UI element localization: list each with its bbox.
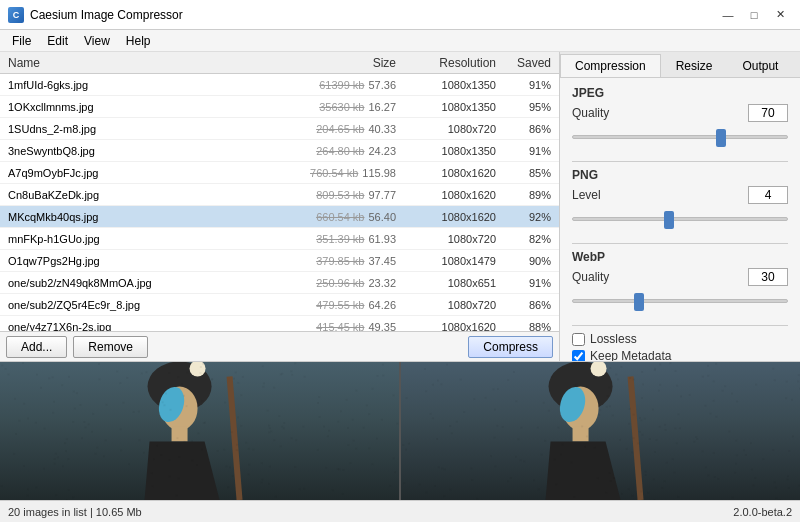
cell-saved: 86% xyxy=(500,299,555,311)
cell-resolution: 1080x1620 xyxy=(400,167,500,179)
cell-size: 351.39 kb61.93 xyxy=(290,233,400,245)
table-header: Name Size Resolution Saved xyxy=(0,52,559,74)
cell-size: 415.45 kb49.35 xyxy=(290,321,400,332)
top-section: Name Size Resolution Saved 1mfUId-6gks.j… xyxy=(0,52,800,362)
cell-saved: 90% xyxy=(500,255,555,267)
close-button[interactable]: ✕ xyxy=(768,6,792,24)
lossless-row: Lossless xyxy=(572,332,788,346)
maximize-button[interactable]: □ xyxy=(742,6,766,24)
webp-quality-input[interactable] xyxy=(748,268,788,286)
tab-bar: Compression Resize Output xyxy=(560,52,800,78)
cell-resolution: 1080x720 xyxy=(400,299,500,311)
table-row[interactable]: 1mfUId-6gks.jpg 61399 kb57.36 1080x1350 … xyxy=(0,74,559,96)
table-row[interactable]: Cn8uBaKZeDk.jpg 809.53 kb97.77 1080x1620… xyxy=(0,184,559,206)
bottom-toolbar: Add... Remove Compress xyxy=(0,331,559,361)
lossless-checkbox[interactable] xyxy=(572,333,585,346)
menu-edit[interactable]: Edit xyxy=(39,30,76,51)
cell-saved: 89% xyxy=(500,189,555,201)
cell-saved: 88% xyxy=(500,321,555,332)
cell-size: 35630 kb16.27 xyxy=(290,101,400,113)
table-row[interactable]: 1OKxcllmnms.jpg 35630 kb16.27 1080x1350 … xyxy=(0,96,559,118)
col-size: Size xyxy=(290,56,400,70)
cell-name: Cn8uBaKZeDk.jpg xyxy=(4,189,290,201)
png-level-input[interactable] xyxy=(748,186,788,204)
remove-button[interactable]: Remove xyxy=(73,336,148,358)
preview-canvas-right xyxy=(401,362,800,500)
file-list-area: Name Size Resolution Saved 1mfUId-6gks.j… xyxy=(0,52,560,361)
webp-quality-slider[interactable] xyxy=(572,292,788,310)
minimize-button[interactable]: — xyxy=(716,6,740,24)
cell-name: A7q9mOybFJc.jpg xyxy=(4,167,290,179)
table-row[interactable]: one/y4z71X6n-2s.jpg 415.45 kb49.35 1080x… xyxy=(0,316,559,331)
status-left: 20 images in list | 10.65 Mb xyxy=(8,506,142,518)
file-table-body[interactable]: 1mfUId-6gks.jpg 61399 kb57.36 1080x1350 … xyxy=(0,74,559,331)
cell-size: 250.96 kb23.32 xyxy=(290,277,400,289)
col-resolution: Resolution xyxy=(400,56,500,70)
webp-quality-row: Quality xyxy=(572,268,788,286)
status-right: 2.0.0-beta.2 xyxy=(733,506,792,518)
cell-name: 1SUdns_2-m8.jpg xyxy=(4,123,290,135)
tab-compression[interactable]: Compression xyxy=(560,54,661,77)
menu-file[interactable]: File xyxy=(4,30,39,51)
cell-size: 809.53 kb97.77 xyxy=(290,189,400,201)
cell-resolution: 1080x651 xyxy=(400,277,500,289)
app-icon: C xyxy=(8,7,24,23)
window-controls: — □ ✕ xyxy=(716,6,792,24)
cell-size: 660.54 kb56.40 xyxy=(290,211,400,223)
cell-resolution: 1080x1350 xyxy=(400,145,500,157)
png-level-slider[interactable] xyxy=(572,210,788,228)
keep-metadata-row: Keep Metadata xyxy=(572,349,788,361)
add-button[interactable]: Add... xyxy=(6,336,67,358)
cell-saved: 91% xyxy=(500,277,555,289)
table-row[interactable]: 3neSwyntbQ8.jpg 264.80 kb24.23 1080x1350… xyxy=(0,140,559,162)
jpeg-quality-label: Quality xyxy=(572,106,748,120)
status-bar: 20 images in list | 10.65 Mb 2.0.0-beta.… xyxy=(0,500,800,522)
cell-resolution: 1080x1350 xyxy=(400,79,500,91)
cell-saved: 85% xyxy=(500,167,555,179)
table-row[interactable]: one/sub2/ZQ5r4Ec9r_8.jpg 479.55 kb64.26 … xyxy=(0,294,559,316)
cell-resolution: 1080x1620 xyxy=(400,211,500,223)
title-bar: C Caesium Image Compressor — □ ✕ xyxy=(0,0,800,30)
cell-size: 61399 kb57.36 xyxy=(290,79,400,91)
cell-name: O1qw7Pgs2Hg.jpg xyxy=(4,255,290,267)
menu-bar: File Edit View Help xyxy=(0,30,800,52)
window-title: Caesium Image Compressor xyxy=(30,8,716,22)
preview-section xyxy=(0,362,800,500)
table-row[interactable]: one/sub2/zN49qk8MmOA.jpg 250.96 kb23.32 … xyxy=(0,272,559,294)
jpeg-quality-input[interactable] xyxy=(748,104,788,122)
preview-pane-left xyxy=(0,362,401,500)
cell-name: 1mfUId-6gks.jpg xyxy=(4,79,290,91)
table-row[interactable]: A7q9mOybFJc.jpg 760.54 kb115.98 1080x162… xyxy=(0,162,559,184)
cell-size: 760.54 kb115.98 xyxy=(290,167,400,179)
table-row[interactable]: MKcqMkb40qs.jpg 660.54 kb56.40 1080x1620… xyxy=(0,206,559,228)
col-saved: Saved xyxy=(500,56,555,70)
png-level-row: Level xyxy=(572,186,788,204)
cell-size: 264.80 kb24.23 xyxy=(290,145,400,157)
panel-content: JPEG Quality PNG Level xyxy=(560,78,800,361)
jpeg-section-label: JPEG xyxy=(572,86,788,100)
cell-resolution: 1080x1350 xyxy=(400,101,500,113)
cell-size: 204.65 kb40.33 xyxy=(290,123,400,135)
tab-output[interactable]: Output xyxy=(727,54,793,77)
cell-saved: 86% xyxy=(500,123,555,135)
table-row[interactable]: O1qw7Pgs2Hg.jpg 379.85 kb37.45 1080x1479… xyxy=(0,250,559,272)
menu-view[interactable]: View xyxy=(76,30,118,51)
table-row[interactable]: mnFKp-h1GUo.jpg 351.39 kb61.93 1080x720 … xyxy=(0,228,559,250)
preview-canvas-left xyxy=(0,362,399,500)
menu-help[interactable]: Help xyxy=(118,30,159,51)
table-row[interactable]: 1SUdns_2-m8.jpg 204.65 kb40.33 1080x720 … xyxy=(0,118,559,140)
cell-size: 379.85 kb37.45 xyxy=(290,255,400,267)
cell-saved: 82% xyxy=(500,233,555,245)
cell-name: one/sub2/zN49qk8MmOA.jpg xyxy=(4,277,290,289)
cell-resolution: 1080x1479 xyxy=(400,255,500,267)
webp-quality-label: Quality xyxy=(572,270,748,284)
png-section-label: PNG xyxy=(572,168,788,182)
compress-button[interactable]: Compress xyxy=(468,336,553,358)
cell-name: one/y4z71X6n-2s.jpg xyxy=(4,321,290,332)
cell-resolution: 1080x720 xyxy=(400,233,500,245)
png-level-label: Level xyxy=(572,188,748,202)
tab-resize[interactable]: Resize xyxy=(661,54,728,77)
keep-metadata-checkbox[interactable] xyxy=(572,350,585,362)
jpeg-quality-slider[interactable] xyxy=(572,128,788,146)
jpeg-quality-row: Quality xyxy=(572,104,788,122)
